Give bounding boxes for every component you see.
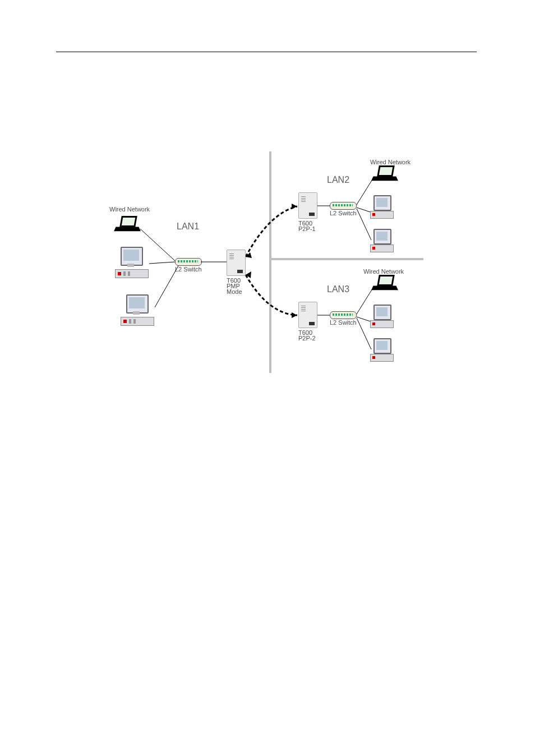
svg-marker-15	[246, 271, 251, 278]
lan1-switch-label: L2 Switch	[175, 266, 202, 273]
desktop-icon	[121, 294, 154, 325]
desktop-icon	[370, 305, 393, 327]
laptop-icon	[372, 165, 398, 183]
ap-device-icon	[298, 302, 317, 328]
laptop-icon	[372, 275, 398, 293]
svg-line-6	[357, 208, 370, 212]
lan2-title: LAN2	[327, 175, 349, 185]
connections-svg	[0, 0, 535, 756]
svg-marker-13	[292, 312, 297, 318]
svg-marker-14	[246, 252, 252, 258]
svg-line-10	[357, 317, 370, 321]
lan3-ap-label-2: P2P-2	[298, 335, 316, 342]
svg-line-7	[357, 209, 371, 240]
central-ap-label-3: Mode	[227, 288, 242, 295]
horizontal-separator	[269, 258, 423, 260]
switch-icon	[175, 258, 202, 266]
svg-marker-12	[292, 204, 297, 209]
svg-line-1	[149, 262, 175, 264]
lan2-wired-label: Wired Network	[370, 159, 411, 165]
desktop-icon	[370, 338, 393, 361]
vertical-separator	[269, 151, 271, 373]
lan3-switch-label: L2 Switch	[330, 319, 357, 326]
desktop-icon	[370, 195, 393, 218]
laptop-icon	[115, 216, 140, 234]
page: LAN1 Wired Network L2 Switch	[0, 0, 535, 756]
lan2-ap-label-2: P2P-1	[298, 225, 316, 232]
header-divider	[56, 52, 477, 52]
lan1-title: LAN1	[177, 222, 199, 232]
ap-device-icon	[298, 192, 317, 219]
ap-device-icon	[227, 250, 246, 276]
desktop-icon	[115, 247, 149, 278]
lan3-wired-label: Wired Network	[363, 268, 404, 275]
svg-line-11	[357, 318, 371, 349]
lan2-switch-label: L2 Switch	[330, 210, 357, 216]
switch-icon	[330, 202, 357, 210]
switch-icon	[330, 311, 357, 319]
desktop-icon	[370, 229, 393, 251]
lan1-wired-label: Wired Network	[109, 206, 150, 213]
lan3-title: LAN3	[327, 284, 349, 294]
